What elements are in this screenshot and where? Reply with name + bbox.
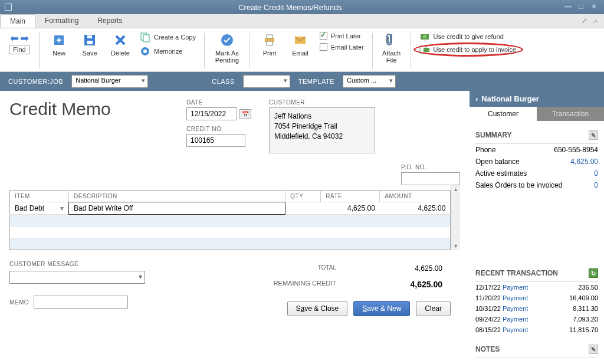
sales-orders-value[interactable]: 0	[594, 181, 598, 189]
chevron-right-icon: ›	[475, 94, 478, 103]
apply-invoice-icon	[419, 45, 430, 54]
table-scrollbar[interactable]: ▲▼	[451, 185, 460, 250]
template-dropdown[interactable]: Custom ...	[343, 75, 396, 88]
edit-summary-icon[interactable]: ✎	[589, 130, 598, 140]
total-value: 4,625.00	[383, 264, 442, 273]
date-field[interactable]	[186, 107, 237, 120]
minimize-button[interactable]: —	[563, 2, 573, 12]
side-tab-transaction[interactable]: Transaction	[537, 107, 604, 121]
po-no-field[interactable]	[401, 172, 460, 185]
credit-apply-invoice-button[interactable]: Use credit to apply to invoice	[417, 44, 519, 55]
memo-label: MEMO	[9, 299, 29, 306]
mark-pending-button[interactable]: Mark As Pending	[211, 31, 244, 65]
maximize-button[interactable]: □	[576, 2, 586, 12]
customer-address-box[interactable]: Jeff Nations 7054 Pineridge Trail Middle…	[269, 107, 375, 153]
checkbox-icon	[320, 43, 327, 51]
new-button[interactable]: New	[45, 31, 73, 57]
expand-icon[interactable]: ⤢	[582, 17, 587, 27]
svg-rect-3	[87, 35, 92, 38]
class-label: CLASS	[212, 78, 235, 85]
ribbon: ⬅➡ Find New Save Delete Create a Copy Me…	[0, 28, 604, 72]
print-button[interactable]: Print	[256, 31, 283, 57]
col-item[interactable]: ITEM	[10, 191, 69, 202]
create-copy-button[interactable]: Create a Copy	[137, 31, 198, 44]
form-header-bar: CUSTOMER:JOB National Burger CLASS TEMPL…	[0, 72, 604, 91]
customer-job-dropdown[interactable]: National Burger	[71, 75, 148, 88]
memorize-icon	[140, 46, 150, 57]
titlebar: Create Credit Memos/Refunds — □ ×	[0, 0, 604, 14]
side-panel: › National Burger Customer Transaction S…	[470, 91, 604, 364]
svg-rect-2	[87, 41, 93, 44]
col-description[interactable]: DESCRIPTION	[69, 191, 285, 202]
remaining-credit-label: REMAINING CREDIT	[274, 280, 336, 289]
collapse-ribbon-icon[interactable]: ㅅ	[592, 17, 599, 27]
table-row[interactable]: Bad Debt▾ Bad Debt Write Off 4,625.00 4,…	[10, 202, 451, 215]
credit-no-label: CREDIT NO.	[186, 126, 251, 132]
ribbon-tabs: Main Formatting Reports ⤢ ㅅ	[0, 14, 604, 28]
template-label: TEMPLATE	[298, 78, 334, 85]
table-row[interactable]	[10, 215, 451, 227]
credit-no-field[interactable]	[186, 134, 245, 147]
find-button[interactable]: ⬅➡ Find	[6, 31, 33, 54]
class-dropdown[interactable]	[243, 75, 290, 88]
svg-rect-16	[424, 48, 429, 52]
active-estimates-value[interactable]: 0	[594, 169, 598, 178]
transaction-row[interactable]: 12/17/22 Payment236.50	[475, 282, 598, 293]
memo-field[interactable]	[34, 296, 128, 309]
memorize-button[interactable]: Memorize	[137, 45, 198, 58]
date-label: DATE	[186, 99, 251, 106]
transaction-row[interactable]: 11/20/22 Payment16,409.00	[475, 293, 598, 303]
save-close-button[interactable]: Save & Close	[287, 301, 348, 316]
tab-formatting[interactable]: Formatting	[35, 14, 88, 28]
edit-notes-icon[interactable]: ✎	[589, 345, 598, 354]
main-form-area: Credit Memo DATE 📅 CREDIT NO. CUSTOMER J…	[0, 91, 470, 364]
save-new-button[interactable]: Save & New	[353, 301, 410, 316]
total-label: TOTAL	[318, 264, 336, 273]
print-later-checkbox[interactable]: Print Later	[317, 31, 366, 41]
delete-button[interactable]: Delete	[107, 31, 134, 57]
col-rate[interactable]: RATE	[321, 191, 380, 202]
recent-transactions-heading: RECENT TRANSACTION	[475, 269, 558, 277]
summary-heading: SUMMARY	[475, 131, 512, 139]
customer-job-label: CUSTOMER:JOB	[8, 78, 63, 85]
transaction-row[interactable]: 09/24/22 Payment7,093.20	[475, 314, 598, 324]
open-balance-value[interactable]: 4,625.00	[570, 158, 598, 166]
side-panel-header[interactable]: › National Burger	[470, 91, 604, 107]
notes-heading: NOTES	[475, 345, 500, 353]
chevron-down-icon[interactable]: ▾	[60, 204, 64, 212]
attach-file-button[interactable]: Attach File	[379, 31, 405, 65]
transaction-row[interactable]: 10/31/22 Payment8,311.30	[475, 303, 598, 314]
refund-icon	[419, 32, 430, 41]
phone-value: 650-555-8954	[554, 146, 598, 154]
remaining-credit-value: 4,625.00	[383, 280, 442, 289]
po-no-label: P.O. NO.	[401, 164, 426, 170]
email-later-checkbox[interactable]: Email Later	[317, 42, 366, 52]
customer-address-label: CUSTOMER	[269, 99, 375, 106]
save-button[interactable]: Save	[76, 31, 103, 57]
customer-message-dropdown[interactable]	[9, 271, 145, 284]
email-button[interactable]: Email	[287, 31, 314, 57]
clear-button[interactable]: Clear	[416, 301, 451, 316]
refresh-transactions-icon[interactable]: ↻	[589, 268, 598, 278]
transaction-row[interactable]: 08/15/22 Payment11,815.70	[475, 324, 598, 335]
window-title: Create Credit Memos/Refunds	[18, 3, 563, 12]
col-qty[interactable]: QTY	[285, 191, 321, 202]
svg-rect-10	[267, 35, 273, 38]
app-icon	[5, 4, 12, 11]
tab-main[interactable]: Main	[0, 14, 35, 28]
checkbox-icon	[320, 32, 327, 40]
col-amount[interactable]: AMOUNT	[380, 191, 451, 202]
svg-rect-5	[143, 35, 149, 42]
calendar-icon[interactable]: 📅	[239, 109, 251, 119]
customer-message-label: CUSTOMER MESSAGE	[9, 261, 145, 267]
credit-give-refund-button[interactable]: Use credit to give refund	[417, 31, 519, 42]
table-row[interactable]	[10, 238, 451, 250]
tab-reports[interactable]: Reports	[88, 14, 132, 28]
page-title: Credit Memo	[9, 99, 169, 119]
close-button[interactable]: ×	[589, 2, 599, 12]
svg-rect-11	[267, 41, 273, 45]
copy-icon	[140, 32, 150, 42]
table-row[interactable]	[10, 227, 451, 238]
side-tab-customer[interactable]: Customer	[470, 107, 537, 121]
line-items-table: ITEM DESCRIPTION QTY RATE AMOUNT Bad Deb…	[9, 190, 451, 250]
